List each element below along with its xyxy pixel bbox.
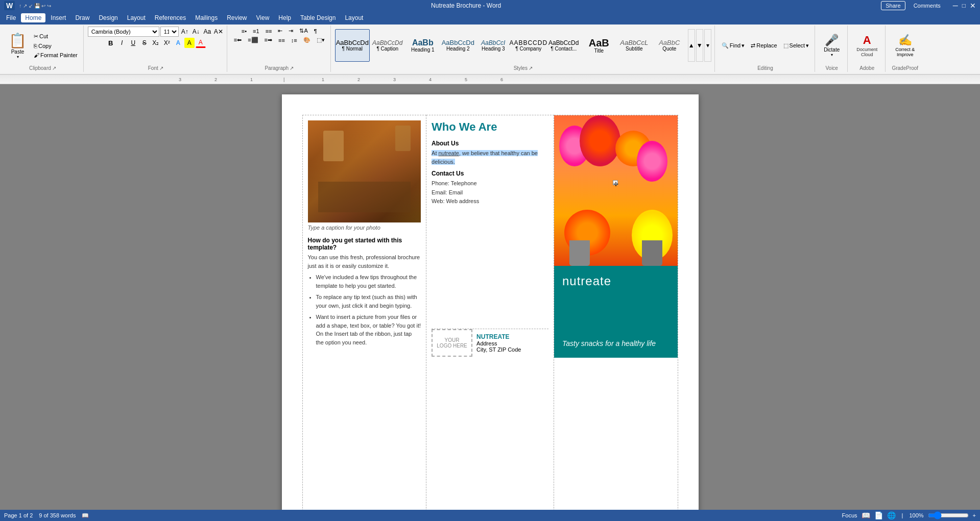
styles-scroll-down[interactable]: ▼ <box>696 29 703 62</box>
paragraph-content: ≡• ≡1 ≡≡ ⇤ ⇥ ⇅A ¶ ≡⬅ ≡⬛ ≡➡ ≡≡ ↕≡ 🎨 ⬚▾ <box>231 27 327 64</box>
decrease-indent-button[interactable]: ⇤ <box>275 27 285 35</box>
title-bar: W ↑ ↗ ↙ 💾 ↩ ↪ Nutreate Brochure - Word S… <box>0 0 980 11</box>
clear-format-button[interactable]: A✕ <box>213 27 224 37</box>
voice-label: Voice <box>825 64 838 71</box>
style-contact[interactable]: AaBbCcDd ¶ Contact... <box>546 29 581 62</box>
find-dropdown-icon[interactable]: ▾ <box>742 42 745 49</box>
increase-font-button[interactable]: A↑ <box>180 27 190 37</box>
menu-review[interactable]: Review <box>223 13 251 22</box>
show-marks-button[interactable]: ¶ <box>312 27 320 35</box>
menu-layout2[interactable]: Layout <box>341 13 367 22</box>
style-normal-label: ¶ Normal <box>342 46 363 52</box>
comments-button[interactable]: Comments <box>910 2 945 10</box>
minimize-icon[interactable]: ─ <box>953 2 958 10</box>
contact-details: Phone: Telephone Email: Email Web: Web a… <box>432 179 548 206</box>
read-mode-icon[interactable]: 📖 <box>862 511 870 519</box>
align-right-button[interactable]: ≡➡ <box>262 36 275 44</box>
menu-design[interactable]: Design <box>94 13 122 22</box>
menu-draw[interactable]: Draw <box>71 13 93 22</box>
style-subtitle[interactable]: AaBbCcL Subtitle <box>617 29 652 62</box>
zoom-in-icon[interactable]: + <box>973 512 976 518</box>
proofing-icon[interactable]: 📖 <box>82 512 89 519</box>
text-highlight-button[interactable]: A <box>184 38 195 48</box>
paragraph-expand-icon[interactable]: ↗ <box>290 65 294 71</box>
photo-decoration1 <box>323 131 344 161</box>
styles-expand-icon[interactable]: ↗ <box>529 65 533 71</box>
menu-file[interactable]: File <box>2 13 20 22</box>
style-quote[interactable]: AaBbC Quote <box>652 29 687 62</box>
increase-indent-button[interactable]: ⇥ <box>286 27 296 35</box>
menu-help[interactable]: Help <box>274 13 295 22</box>
address-line: Address <box>476 340 544 346</box>
shading-button[interactable]: 🎨 <box>301 36 313 44</box>
bullets-button[interactable]: ≡• <box>239 27 249 35</box>
subscript-button[interactable]: X₂ <box>151 38 161 48</box>
styles-more[interactable]: ▾ <box>704 29 711 62</box>
ruler-svg: 3 2 1 | 1 2 3 4 5 6 <box>0 75 980 84</box>
select-button[interactable]: ⬚ Select ▾ <box>781 41 812 50</box>
find-button[interactable]: 🔍 Find ▾ <box>719 41 747 50</box>
menu-mailings[interactable]: Mailings <box>191 13 222 22</box>
style-title-label: Title <box>594 48 604 54</box>
menu-layout[interactable]: Layout <box>123 13 150 22</box>
menu-view[interactable]: View <box>252 13 274 22</box>
line-spacing-button[interactable]: ↕≡ <box>289 36 300 44</box>
web-layout-icon[interactable]: 🌐 <box>887 511 896 519</box>
numbering-button[interactable]: ≡1 <box>250 27 262 35</box>
styles-scroll-up[interactable]: ▲ <box>688 29 695 62</box>
focus-button[interactable]: Focus <box>842 512 857 518</box>
print-layout-icon[interactable]: 📄 <box>874 511 883 519</box>
multilevel-button[interactable]: ≡≡ <box>263 27 275 35</box>
clipboard-expand-icon[interactable]: ↗ <box>52 65 56 71</box>
menu-home[interactable]: Home <box>21 13 45 22</box>
font-color-button[interactable]: A <box>196 38 206 48</box>
zoom-slider[interactable] <box>928 511 969 519</box>
align-center-button[interactable]: ≡⬛ <box>245 36 260 44</box>
paste-button[interactable]: 📋 Paste ▾ <box>5 27 30 64</box>
style-normal[interactable]: AaBbCcDd ¶ Normal <box>335 29 370 62</box>
align-left-button[interactable]: ≡⬅ <box>231 36 244 44</box>
bold-button[interactable]: B <box>106 38 116 48</box>
style-heading1[interactable]: AaBb Heading 1 <box>405 29 440 62</box>
superscript-button[interactable]: X² <box>162 38 172 48</box>
svg-text:6: 6 <box>500 77 503 82</box>
menu-references[interactable]: References <box>151 13 190 22</box>
copy-button[interactable]: ⎘ Copy <box>31 42 80 50</box>
style-title[interactable]: AaB Title <box>582 29 616 62</box>
share-button[interactable]: Share <box>881 1 905 10</box>
style-heading2[interactable]: AaBbCcDd Heading 2 <box>441 29 475 62</box>
underline-button[interactable]: U <box>128 38 138 48</box>
style-company[interactable]: AABBCCDD ¶ Company <box>511 29 546 62</box>
change-case-button[interactable]: Aa <box>202 27 212 37</box>
format-painter-button[interactable]: 🖌 Format Painter <box>31 51 80 59</box>
paste-dropdown-icon[interactable]: ▾ <box>17 55 19 59</box>
adobe-document-cloud-button[interactable]: A DocumentCloud <box>852 31 882 60</box>
style-heading3[interactable]: AaBbCcI Heading 3 <box>476 29 511 62</box>
text-effects-button[interactable]: A <box>173 38 183 48</box>
table-move-handle[interactable]: ✛ <box>613 180 618 185</box>
replace-button[interactable]: ⇄ Replace <box>748 41 779 50</box>
menu-insert[interactable]: Insert <box>46 13 70 22</box>
justify-button[interactable]: ≡≡ <box>276 36 288 44</box>
cut-icon: ✂ <box>34 33 38 40</box>
close-icon[interactable]: ✕ <box>970 2 976 10</box>
decrease-font-button[interactable]: A↓ <box>191 27 201 37</box>
dictate-dropdown-icon[interactable]: ▾ <box>831 53 833 57</box>
sort-button[interactable]: ⇅A <box>297 27 310 35</box>
font-expand-icon[interactable]: ↗ <box>159 65 163 71</box>
menu-tabledesign[interactable]: Table Design <box>296 13 340 22</box>
italic-button[interactable]: I <box>117 38 127 48</box>
strikethrough-button[interactable]: S <box>139 38 150 48</box>
font-size-select[interactable]: 11 <box>160 27 179 37</box>
font-name-select[interactable]: Cambria (Body) <box>88 27 159 37</box>
dictate-button[interactable]: 🎤 Dictate ▾ <box>819 31 844 60</box>
select-dropdown-icon[interactable]: ▾ <box>806 42 809 49</box>
maximize-icon[interactable]: □ <box>962 2 966 9</box>
style-caption[interactable]: AaBbCcDd ¶ Caption <box>370 29 405 62</box>
document-area[interactable]: ✛ Type a caption for your photo How do y… <box>0 84 980 521</box>
svg-text:2: 2 <box>357 77 360 82</box>
cut-button[interactable]: ✂ Cut <box>31 32 80 41</box>
borders-button[interactable]: ⬚▾ <box>314 36 327 44</box>
styles-group: AaBbCcDd ¶ Normal AaBbCcDd ¶ Caption AaB… <box>332 26 715 72</box>
correct-improve-button[interactable]: ✍ Correct &Improve <box>890 31 920 60</box>
